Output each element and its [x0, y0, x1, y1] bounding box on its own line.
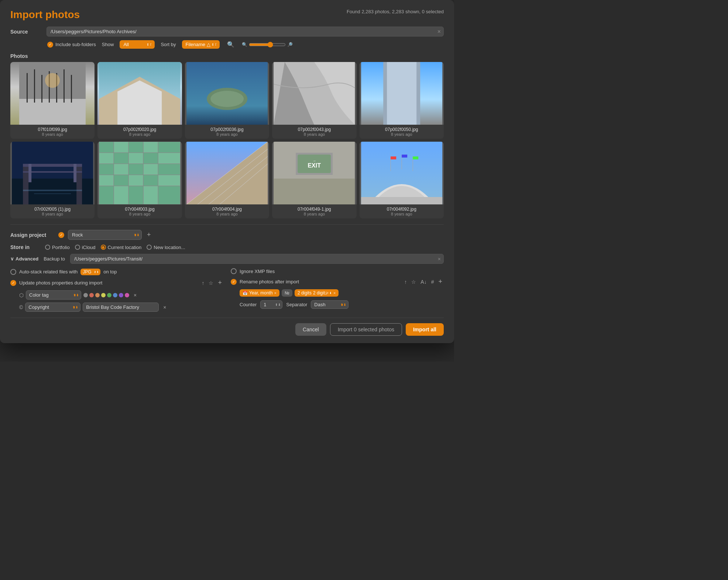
photos-grid: 07f010f099.jpg 8 years ago 07p002f0020.j…: [10, 62, 444, 218]
photo-thumbnail: [360, 142, 444, 204]
backup-clear-button[interactable]: ×: [438, 256, 441, 262]
dot-yellow[interactable]: [101, 293, 106, 297]
photo-date: 8 years ago: [100, 212, 179, 216]
show-label: Show: [102, 42, 114, 47]
separator-select[interactable]: Dash Underscore Space: [311, 300, 348, 309]
digits-select[interactable]: 2 digits 3 digits 4 digits: [313, 290, 332, 296]
source-label: Source: [10, 29, 44, 35]
add-rename-token-button[interactable]: +: [437, 278, 444, 286]
ignore-xmp-label: Ignore XMP files: [240, 269, 275, 274]
import-all-button[interactable]: Import all: [406, 323, 444, 336]
include-subfolders-checkbox[interactable]: ✓ Include sub-folders: [47, 42, 96, 48]
photo-card[interactable]: 07p002f0043.jpg 8 years ago: [272, 62, 356, 139]
svg-rect-4: [41, 75, 42, 103]
svg-point-15: [210, 91, 244, 107]
photo-date: 8 years ago: [188, 132, 266, 137]
remove-digits-button[interactable]: ×: [333, 291, 336, 295]
svg-rect-44: [114, 164, 129, 175]
store-current-option[interactable]: Current location: [101, 245, 142, 250]
advanced-toggle[interactable]: ∨ Advanced: [10, 256, 38, 262]
svg-rect-55: [129, 186, 144, 204]
svg-rect-33: [99, 142, 114, 153]
svg-rect-57: [158, 186, 181, 204]
number-label: №: [285, 290, 289, 296]
autostack-radio[interactable]: [10, 269, 16, 275]
counter-input[interactable]: [260, 300, 282, 309]
number-token[interactable]: №: [282, 289, 292, 297]
digits-token[interactable]: 2 digits 2 digits 3 digits 4 digits ⬆⬇ ×: [295, 289, 339, 297]
show-select[interactable]: All New Duplicates: [120, 40, 155, 49]
dot-green[interactable]: [107, 293, 111, 297]
store-portfolio-radio[interactable]: [45, 245, 50, 250]
year-month-label: Year, month: [249, 290, 273, 296]
store-icloud-radio[interactable]: [75, 245, 80, 250]
photo-date: 8 years ago: [100, 132, 179, 137]
dot-gray[interactable]: [83, 293, 88, 297]
svg-rect-56: [144, 186, 158, 204]
zoom-slider[interactable]: [249, 42, 286, 48]
svg-rect-73: [391, 156, 396, 159]
svg-rect-38: [99, 153, 114, 164]
include-subfolders-label: Include sub-folders: [55, 42, 96, 47]
cancel-button[interactable]: Cancel: [295, 323, 326, 336]
store-portfolio-option[interactable]: Portfolio: [45, 245, 70, 250]
svg-text:→: →: [312, 159, 316, 163]
copyright-input[interactable]: [83, 303, 159, 312]
ignore-xmp-radio[interactable]: [231, 268, 237, 274]
svg-rect-25: [23, 171, 82, 173]
add-property-button[interactable]: +: [216, 279, 223, 287]
remove-copyright-button[interactable]: ×: [162, 304, 167, 310]
remove-color-tag-button[interactable]: ×: [133, 292, 137, 298]
dot-pink[interactable]: [125, 293, 129, 297]
photo-card[interactable]: 07r002f005 (1).jpg 8 years ago: [10, 142, 95, 218]
update-props-check-icon: ✓: [10, 280, 16, 286]
sort-up-button[interactable]: ↑: [200, 279, 206, 287]
store-new-radio[interactable]: [147, 245, 152, 250]
svg-rect-49: [114, 175, 129, 186]
dot-blue[interactable]: [113, 293, 117, 297]
include-subfolders-check-icon: ✓: [47, 42, 53, 48]
search-button[interactable]: 🔍: [226, 40, 236, 49]
dot-red[interactable]: [89, 293, 94, 297]
svg-rect-54: [114, 186, 129, 204]
color-tag-select[interactable]: Color tag: [26, 290, 81, 300]
photo-card[interactable]: 07p002f0036.jpg 8 years ago: [185, 62, 269, 139]
autostack-format-select[interactable]: JPG RAW: [80, 269, 100, 275]
svg-rect-35: [129, 142, 144, 153]
store-new-option[interactable]: New location...: [147, 245, 185, 250]
source-input[interactable]: [47, 27, 444, 37]
rename-sort-up-button[interactable]: ↑: [403, 278, 408, 286]
svg-point-9: [45, 73, 60, 88]
backup-input[interactable]: [70, 254, 444, 264]
photo-card[interactable]: 07p002f0050.jpg 8 years ago: [360, 62, 444, 139]
photo-card[interactable]: 07p002f0020.jpg 8 years ago: [97, 62, 182, 139]
dot-orange[interactable]: [95, 293, 100, 297]
copyright-select[interactable]: Copyright: [25, 303, 80, 312]
rename-hash-button[interactable]: #: [430, 278, 436, 286]
add-project-button[interactable]: +: [145, 231, 152, 239]
remove-year-month-button[interactable]: ×: [274, 291, 277, 295]
import-selected-button[interactable]: Import 0 selected photos: [330, 323, 402, 336]
project-select[interactable]: Rock: [68, 230, 142, 240]
year-month-token[interactable]: 📅 Year, month ×: [240, 289, 279, 297]
photo-card[interactable]: 07r004f004.jpg 8 years ago: [185, 142, 269, 218]
photo-card[interactable]: EXIT → 07r004f049-1.jpg 8 years ago: [272, 142, 356, 218]
rename-text-button[interactable]: A↓: [419, 278, 428, 286]
source-clear-button[interactable]: ×: [437, 28, 441, 35]
photo-card[interactable]: 07r004f003.jpg 8 years ago: [97, 142, 182, 218]
photo-card[interactable]: 07r004f092.jpg 8 years ago: [360, 142, 444, 218]
photo-date: 8 years ago: [275, 132, 353, 137]
dot-purple[interactable]: [119, 293, 123, 297]
store-icloud-option[interactable]: iCloud: [75, 245, 96, 250]
star-button[interactable]: ☆: [207, 279, 215, 287]
store-current-radio[interactable]: [101, 245, 106, 250]
photo-date: 8 years ago: [13, 212, 92, 216]
photo-card[interactable]: 07f010f099.jpg 8 years ago: [10, 62, 95, 139]
svg-rect-26: [28, 164, 31, 182]
assign-project-check-icon: ✓: [58, 232, 64, 238]
svg-rect-48: [99, 175, 114, 186]
sort-by-select[interactable]: Filename △ Filename ▽ Date △ Date ▽: [182, 40, 220, 49]
photos-label: Photos: [10, 53, 444, 59]
rename-star-button[interactable]: ☆: [410, 278, 418, 286]
svg-rect-50: [129, 175, 144, 186]
